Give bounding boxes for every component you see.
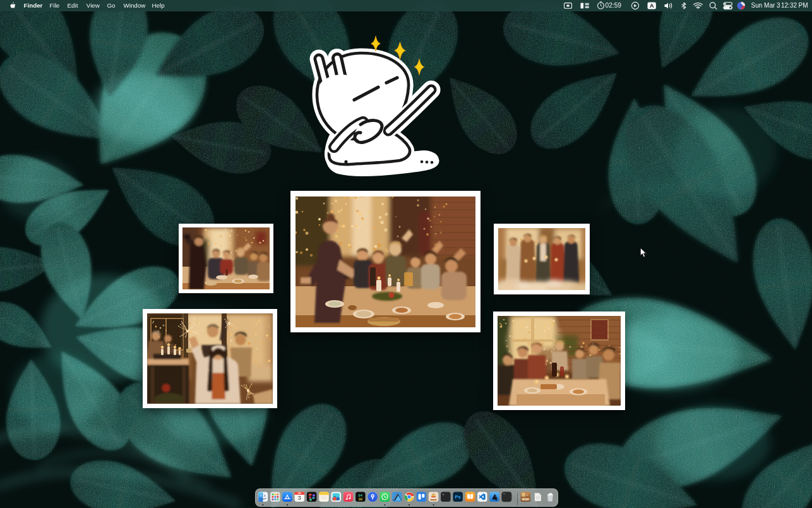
svg-text:PM: PM	[799, 2, 808, 9]
svg-text:Go: Go	[107, 2, 116, 9]
svg-text:Sun Mar 3: Sun Mar 3	[751, 2, 781, 9]
svg-text:View: View	[87, 2, 100, 9]
svg-text:Help: Help	[152, 2, 165, 9]
svg-text:Finder: Finder	[24, 2, 43, 9]
svg-text:Window: Window	[124, 2, 146, 9]
svg-text:MAR: MAR	[297, 492, 301, 495]
svg-text:A: A	[650, 3, 654, 9]
svg-text:12:32: 12:32	[781, 2, 797, 9]
svg-text:File: File	[50, 2, 60, 9]
svg-text:30: 30	[358, 497, 362, 501]
svg-text:02:59: 02:59	[606, 2, 622, 9]
svg-text:Ps: Ps	[455, 494, 461, 500]
svg-text:Edit: Edit	[68, 2, 78, 9]
svg-text:3: 3	[298, 495, 301, 501]
